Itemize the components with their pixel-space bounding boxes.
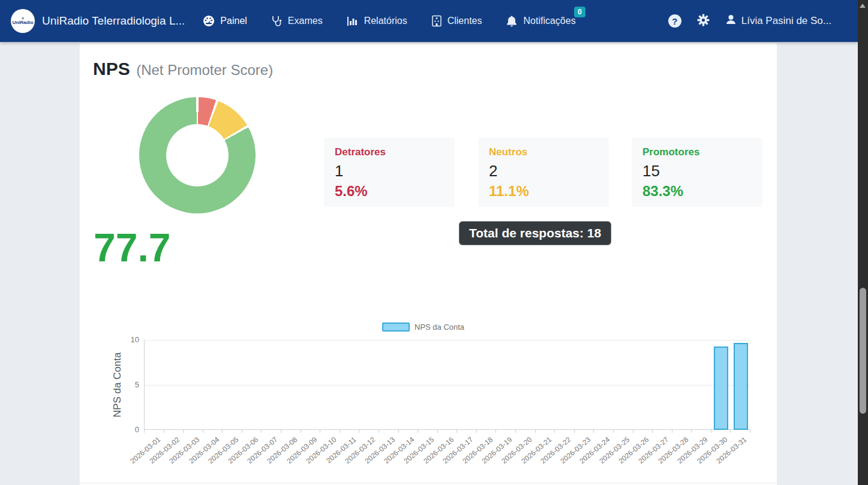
x-tick-mark [222,430,223,433]
nps-panel: NPS (Net Promoter Score) 77.7 Detratores… [80,43,777,485]
total-responses-tooltip: Total de respostas: 18 [459,221,611,245]
x-tick-mark [515,430,516,433]
brand-logo-icon: ▾ UniRadio [11,9,35,33]
x-tick-mark [437,430,438,433]
logo-text: UniRadio [12,20,33,25]
x-tick-mark [691,430,692,433]
bell-icon [506,15,518,27]
x-tick-mark [418,430,418,433]
stat-percent: 5.6% [335,183,444,200]
nps-score: 77.7 [94,228,170,267]
y-tick-label: 0 [115,425,139,434]
help-icon: ? [668,14,681,28]
y-tick-label: 5 [115,380,139,389]
x-tick-mark [633,430,633,433]
legend-label: NPS da Conta [415,323,464,332]
x-tick-mark [301,430,301,433]
user-icon [725,14,737,28]
stat-card-promotores: Promotores 15 83.3% [632,138,762,207]
page-scrollbar[interactable] [858,0,868,485]
nav-item-label: Exames [288,16,323,26]
x-tick-mark [261,430,262,433]
x-tick-mark [476,430,477,433]
x-tick-mark [203,430,203,433]
stat-label: Detratores [335,146,444,158]
x-tick-mark [183,430,184,433]
brand[interactable]: ▾ UniRadio UniRadio Telerradiologia L... [11,9,185,33]
user-menu[interactable]: Lívia Pasini de So... [725,14,831,28]
x-tick-mark [554,430,555,433]
nav-item-label: Clientes [447,16,482,26]
x-tick-mark [593,430,594,433]
bar-2026-03-31[interactable] [734,343,748,430]
notification-badge: 0 [574,7,585,17]
donut-hole [166,124,229,186]
nav-item-clientes[interactable]: Clientes [431,15,482,27]
x-tick-mark [340,430,340,433]
nps-donut-chart[interactable] [139,97,256,213]
x-tick-mark [281,430,281,433]
x-tick-mark [320,430,320,433]
x-tick-mark [574,430,575,433]
nav-item-relatorios[interactable]: Relatórios [347,15,407,27]
x-tick-mark [750,430,750,433]
gear-icon [697,14,710,29]
nps-subtitle: (Net Promoter Score) [136,62,273,78]
x-tick-mark [730,430,731,433]
nav-item-label: Painel [220,16,247,26]
stat-count: 15 [642,162,752,180]
x-tick-mark [242,430,242,433]
x-tick-mark [164,430,164,433]
x-tick-mark [535,430,536,433]
bar-chart-icon [347,15,359,27]
x-tick-mark [379,430,379,433]
nav-items: Painel Exames Relatórios Clientes Notifi… [203,15,575,27]
stat-card-detratores: Detratores 1 5.6% [324,138,455,207]
x-tick-mark [652,430,653,433]
stat-label: Neutros [489,146,598,158]
legend-swatch [382,323,410,332]
gridline [145,385,750,385]
x-tick-mark [495,430,496,433]
stat-count: 2 [489,162,598,180]
bar-2026-03-30[interactable] [714,347,728,430]
user-name: Lívia Pasini de So... [741,15,831,27]
scroll-up-arrow-icon[interactable] [860,4,866,8]
nav-item-painel[interactable]: Painel [203,15,247,27]
y-tick-label: 10 [115,335,139,344]
x-tick-mark [359,430,359,433]
x-tick-mark [144,430,145,433]
x-tick-mark [456,430,457,433]
section-divider [80,483,777,483]
stethoscope-icon [271,15,283,27]
gauge-icon [203,15,215,27]
nav-item-exames[interactable]: Exames [271,15,323,27]
x-tick-mark [711,430,711,433]
gridline [145,340,750,341]
x-tick-mark [672,430,672,433]
help-button[interactable]: ? [668,14,681,28]
stat-label: Promotores [642,146,752,158]
hospital-icon [431,15,442,27]
chart-legend[interactable]: NPS da Conta [382,323,464,332]
nav-item-label: Relatórios [364,16,407,26]
scrollbar-thumb[interactable] [860,288,866,414]
x-tick-mark [613,430,614,433]
stat-count: 1 [335,162,444,180]
page-title: NPS (Net Promoter Score) [93,59,273,79]
x-tick-mark [398,430,399,433]
nav-item-label: Notificações [523,16,575,26]
nps-title: NPS [93,59,130,79]
stat-percent: 83.3% [642,183,752,200]
brand-title: UniRadio Telerradiologia L... [42,14,185,28]
settings-button[interactable] [697,14,710,29]
stat-percent: 11.1% [489,183,598,200]
nav-item-notificacoes[interactable]: Notificações 0 [506,15,575,27]
nav-right: ? Lívia Pasini de So... [668,14,847,29]
navbar: ▾ UniRadio UniRadio Telerradiologia L...… [0,0,858,42]
bar-chart-plot-area[interactable] [144,340,750,430]
stat-card-neutros: Neutros 2 11.1% [478,138,609,207]
